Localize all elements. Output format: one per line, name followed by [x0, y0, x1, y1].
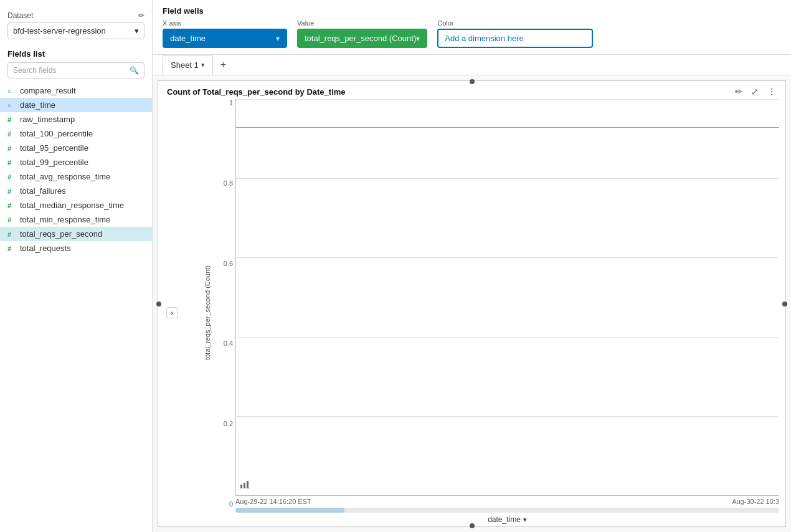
- x-axis-value: date_time: [170, 34, 206, 43]
- expand-chart-button[interactable]: ⤢: [748, 85, 762, 98]
- field-name: raw_timestamp: [20, 115, 75, 124]
- grid-line-06: [236, 257, 779, 258]
- field-item-raw_timestamp[interactable]: # raw_timestamp: [0, 112, 152, 126]
- dimension-icon: ○: [7, 87, 16, 95]
- resize-handle-top[interactable]: [470, 79, 475, 84]
- value-field: total_reqs_per_second (Count): [305, 34, 416, 43]
- field-name: total_99_percentile: [20, 158, 88, 167]
- measure-icon: #: [7, 188, 16, 195]
- add-sheet-button[interactable]: +: [216, 57, 231, 73]
- color-placeholder: Add a dimension here: [445, 34, 523, 43]
- field-wells-section: Field wells X axis date_time ▾ Value tot…: [153, 0, 791, 55]
- field-name: total_median_response_time: [20, 201, 124, 210]
- y-axis-values: 1 0.8 0.6 0.4 0.2 0: [224, 99, 235, 508]
- field-item-total_min_response_time[interactable]: # total_min_response_time: [0, 212, 152, 227]
- plot-area: Aug-29-22 14:16:20 EST Aug-30-22 10:3 da…: [235, 99, 779, 526]
- more-options-button[interactable]: ⋮: [764, 85, 779, 98]
- field-name: total_100_percentile: [20, 129, 93, 138]
- value-label: Value: [297, 19, 427, 27]
- scrollbar-area: [235, 506, 779, 515]
- chart-area: ✏ ⤢ ⋮ Count of Total_reqs_per_second by …: [153, 75, 791, 532]
- fields-list: ○ compare_result ○ date_time # raw_times…: [0, 83, 152, 526]
- search-icon: 🔍: [130, 66, 139, 75]
- field-name: date_time: [20, 100, 55, 110]
- field-item-total_reqs_per_second[interactable]: # total_reqs_per_second: [0, 227, 152, 241]
- resize-handle-right[interactable]: [782, 302, 787, 306]
- y-label-0: 0: [229, 500, 233, 508]
- grid-line-08: [236, 178, 779, 179]
- measure-icon: #: [7, 116, 16, 123]
- measure-icon: #: [7, 202, 16, 209]
- y-label-02: 0.2: [224, 420, 233, 427]
- chevron-down-icon: ▾: [276, 34, 280, 43]
- field-item-compare_result[interactable]: ○ compare_result: [0, 83, 152, 98]
- field-name: compare_result: [20, 86, 76, 95]
- x-label-start: Aug-29-22 14:16:20 EST: [235, 498, 311, 505]
- field-item-total_95_percentile[interactable]: # total_95_percentile: [0, 141, 152, 155]
- search-fields-container: Search fields 🔍: [0, 62, 152, 83]
- measure-icon: #: [7, 216, 16, 224]
- field-wells-body: X axis date_time ▾ Value total_reqs_per_…: [153, 16, 791, 54]
- expand-y-button[interactable]: ›: [166, 307, 178, 318]
- color-well-box[interactable]: Add a dimension here: [437, 29, 593, 48]
- grid-line-04: [236, 337, 779, 338]
- field-item-total_100_percentile[interactable]: # total_100_percentile: [0, 126, 152, 141]
- field-wells-header: Field wells: [153, 0, 791, 16]
- y-label-06: 0.6: [224, 260, 233, 267]
- x-axis-label: X axis: [163, 19, 287, 27]
- svg-rect-0: [240, 485, 242, 488]
- measure-icon: #: [7, 245, 16, 252]
- color-well: Color Add a dimension here: [437, 19, 593, 48]
- color-label: Color: [437, 19, 593, 27]
- x-axis-well-box[interactable]: date_time ▾: [163, 29, 287, 48]
- dataset-section: Dataset ✏ bfd-test-server-regression ▾: [0, 6, 152, 43]
- chart-inner: › total_reqs_per_second (Count) 1 0.8 0.…: [158, 99, 785, 526]
- measure-icon: #: [7, 145, 16, 152]
- x-axis-well: X axis date_time ▾: [163, 19, 287, 48]
- x-axis-chevron-icon: ▾: [523, 516, 527, 524]
- scrollbar-thumb[interactable]: [235, 508, 344, 513]
- dataset-label-text: Dataset: [7, 11, 33, 20]
- dataset-label: Dataset ✏: [7, 11, 144, 20]
- chart-grid: [235, 99, 779, 496]
- measure-icon: #: [7, 130, 16, 138]
- field-item-total_99_percentile[interactable]: # total_99_percentile: [0, 155, 152, 169]
- field-name: total_requests: [20, 244, 71, 253]
- field-item-date_time[interactable]: ○ date_time: [0, 98, 152, 112]
- scrollbar-track[interactable]: [235, 508, 779, 513]
- field-item-total_requests[interactable]: # total_requests: [0, 241, 152, 255]
- x-axis-labels: Aug-29-22 14:16:20 EST Aug-30-22 10:3: [235, 496, 779, 506]
- field-name: total_min_response_time: [20, 215, 110, 224]
- dataset-dropdown[interactable]: bfd-test-server-regression ▾: [7, 22, 144, 39]
- value-well: Value total_reqs_per_second (Count) ▾: [297, 19, 427, 48]
- chart-type-icon: [240, 480, 250, 492]
- sheet-tab-label: Sheet 1: [171, 60, 199, 70]
- field-item-total_failures[interactable]: # total_failures: [0, 184, 152, 198]
- search-fields-input[interactable]: Search fields 🔍: [7, 62, 144, 78]
- grid-line-02: [236, 416, 779, 417]
- data-line: [236, 127, 779, 128]
- value-well-box[interactable]: total_reqs_per_second (Count) ▾: [297, 29, 427, 48]
- field-name: total_failures: [20, 186, 66, 196]
- dataset-value: bfd-test-server-regression: [13, 26, 106, 36]
- svg-rect-2: [247, 481, 249, 488]
- sheet-tab-1[interactable]: Sheet 1 ▾: [163, 55, 213, 75]
- field-name: total_95_percentile: [20, 143, 88, 153]
- field-item-total_median_response_time[interactable]: # total_median_response_time: [0, 198, 152, 212]
- field-item-total_avg_response_time[interactable]: # total_avg_response_time: [0, 169, 152, 184]
- edit-chart-button[interactable]: ✏: [732, 85, 746, 98]
- fields-list-label: Fields list: [0, 43, 152, 62]
- main-content: Field wells X axis date_time ▾ Value tot…: [153, 0, 791, 532]
- measure-icon: #: [7, 230, 16, 238]
- chevron-down-icon: ▾: [135, 26, 139, 36]
- resize-handle-bottom[interactable]: [470, 523, 475, 528]
- field-name: total_reqs_per_second: [20, 229, 102, 239]
- measure-icon: #: [7, 173, 16, 181]
- x-axis-title-area: date_time ▾: [235, 515, 779, 526]
- edit-dataset-icon[interactable]: ✏: [138, 11, 144, 20]
- x-axis-title: date_time: [488, 515, 521, 524]
- svg-line-3: [249, 488, 249, 488]
- resize-handle-left[interactable]: [156, 302, 161, 306]
- field-name: total_avg_response_time: [20, 172, 110, 181]
- measure-icon: #: [7, 159, 16, 166]
